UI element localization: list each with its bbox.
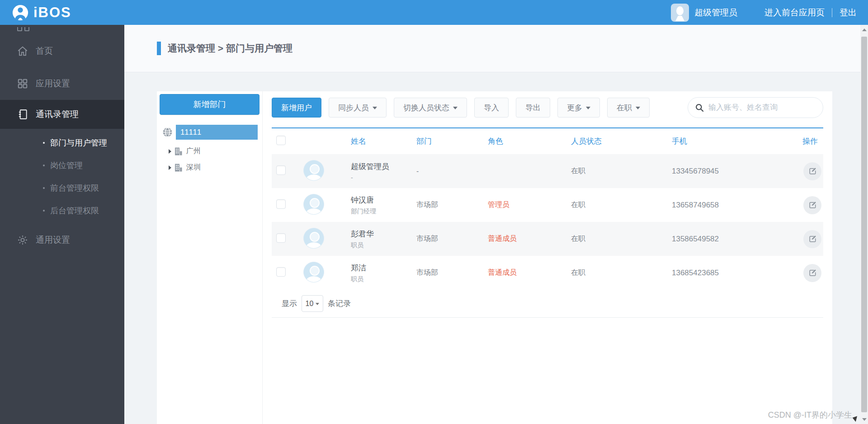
tree-node-label: 广州	[186, 146, 201, 156]
user-subtitle: -	[351, 174, 416, 181]
edit-button[interactable]	[803, 162, 821, 180]
user-name: 郑洁	[351, 263, 416, 273]
chevron-down-icon	[316, 303, 319, 305]
search-input[interactable]	[708, 103, 816, 112]
more-button[interactable]: 更多	[557, 98, 600, 118]
table-row: 彭君华 职员 市场部 普通成员 在职 13586549582	[272, 222, 823, 256]
add-user-button[interactable]: 新增用户	[272, 98, 321, 118]
tree-root-label[interactable]: 11111	[176, 125, 258, 140]
header-dept: 部门	[416, 136, 488, 146]
sidebar-item-label: 通用设置	[36, 234, 70, 246]
cell-role: 普通成员	[488, 234, 571, 244]
cell-dept: 市场部	[416, 234, 488, 244]
cell-phone: 13345678945	[672, 167, 769, 176]
edit-pencil-icon	[809, 167, 816, 175]
cell-dept: 市场部	[416, 268, 488, 278]
vertical-scrollbar[interactable]	[860, 25, 868, 424]
status-filter-button[interactable]: 在职	[607, 98, 650, 118]
switch-status-button[interactable]: 切换人员状态	[394, 98, 467, 118]
search-box[interactable]	[688, 97, 823, 118]
sync-people-button[interactable]: 同步人员	[329, 98, 387, 118]
add-department-button[interactable]: 新增部门	[160, 94, 259, 115]
row-checkbox[interactable]	[276, 267, 286, 277]
bullet-icon	[43, 142, 45, 144]
page-size-select[interactable]: 10	[302, 295, 323, 312]
user-subtitle: 职员	[351, 275, 416, 283]
select-all-checkbox[interactable]	[276, 136, 286, 145]
search-icon	[695, 104, 704, 112]
sidebar-item-general-settings[interactable]: 通用设置	[0, 224, 124, 256]
edit-button[interactable]	[803, 264, 821, 282]
gear-icon	[17, 234, 28, 246]
header-role: 角色	[488, 136, 571, 146]
scrollbar-thumb[interactable]	[861, 37, 867, 412]
cell-role: 普通成员	[488, 268, 571, 278]
table-row: 郑洁 职员 市场部 普通成员 在职 13685423685	[272, 256, 823, 290]
grid-icon	[17, 78, 28, 90]
tree-root-node[interactable]: 11111	[162, 125, 258, 140]
import-button[interactable]: 导入	[474, 98, 509, 118]
arrow-up-icon	[862, 28, 867, 31]
submenu-item-positions[interactable]: 岗位管理	[0, 154, 124, 177]
ibos-logo-icon	[12, 4, 29, 21]
header-operation: 操作	[769, 136, 823, 146]
header-status: 人员状态	[571, 136, 672, 146]
pager-prefix: 显示	[282, 298, 297, 309]
submenu-item-label: 前台管理权限	[50, 183, 99, 193]
bullet-icon	[43, 210, 45, 212]
book-icon	[17, 108, 28, 120]
cell-status: 在职	[571, 234, 672, 244]
user-name: 彭君华	[351, 229, 416, 239]
tree-node-guangzhou[interactable]: 广州	[169, 146, 258, 156]
submenu-item-front-perms[interactable]: 前台管理权限	[0, 177, 124, 199]
row-checkbox[interactable]	[276, 165, 286, 175]
user-toolbar: 新增用户 同步人员 切换人员状态 导入 导出 更多 在职	[272, 97, 823, 118]
cell-status: 在职	[571, 268, 672, 278]
cell-status: 在职	[571, 166, 672, 176]
submenu-item-dept-users[interactable]: 部门与用户管理	[0, 132, 124, 154]
scroll-up-button[interactable]	[860, 26, 868, 33]
expand-caret-icon[interactable]	[169, 149, 171, 154]
topbar-divider	[832, 8, 832, 17]
front-app-link[interactable]: 进入前台应用页	[764, 7, 825, 19]
user-table: 姓名 部门 角色 人员状态 手机 操作 超级管理员 - -	[272, 127, 823, 290]
sidebar-item-label: 首页	[36, 45, 53, 57]
chevron-down-icon	[586, 107, 590, 109]
sidebar-item-label: 应用设置	[36, 78, 70, 90]
submenu-item-back-perms[interactable]: 后台管理权限	[0, 199, 124, 222]
sidebar-item-label: 通讯录管理	[36, 108, 79, 120]
topbar: iBOS 超级管理员 进入前台应用页 登出	[0, 0, 868, 25]
header-phone: 手机	[672, 136, 769, 146]
cell-status: 在职	[571, 200, 672, 210]
user-avatar[interactable]	[671, 4, 689, 22]
topbar-username[interactable]: 超级管理员	[694, 7, 737, 19]
building-icon	[174, 163, 183, 172]
chevron-down-icon	[453, 107, 458, 109]
scroll-down-button[interactable]	[860, 415, 868, 423]
logo-text: iBOS	[33, 5, 71, 21]
cell-dept: 市场部	[416, 200, 488, 210]
breadcrumb: 通讯录管理 > 部门与用户管理	[168, 42, 292, 55]
row-checkbox[interactable]	[276, 199, 286, 209]
status-filter-label: 在职	[617, 103, 632, 113]
edit-button[interactable]	[803, 196, 821, 214]
cell-role: 管理员	[488, 200, 571, 210]
pagination: 显示 10 条记录	[272, 290, 823, 318]
tree-node-shenzhen[interactable]: 深圳	[169, 163, 258, 172]
export-button[interactable]: 导出	[516, 98, 550, 118]
sidebar-item-app-settings[interactable]: 应用设置	[0, 67, 124, 100]
expand-caret-icon[interactable]	[169, 165, 171, 170]
home-icon	[17, 45, 28, 57]
sidebar-item-home[interactable]: 首页	[0, 35, 124, 67]
breadcrumb-band: 通讯录管理 > 部门与用户管理	[124, 25, 860, 72]
tree-node-label: 深圳	[186, 163, 201, 172]
row-avatar	[303, 228, 324, 249]
watermark-text: CSDN @-IT界的小学生	[768, 410, 852, 420]
breadcrumb-accent-bar	[157, 42, 161, 55]
contacts-submenu: 部门与用户管理 岗位管理 前台管理权限 后台管理权限	[0, 129, 124, 224]
submenu-item-label: 岗位管理	[50, 160, 83, 171]
logout-link[interactable]: 登出	[840, 7, 857, 19]
row-checkbox[interactable]	[276, 233, 286, 243]
sidebar-item-contacts[interactable]: 通讯录管理	[0, 100, 124, 129]
edit-button[interactable]	[803, 230, 821, 248]
